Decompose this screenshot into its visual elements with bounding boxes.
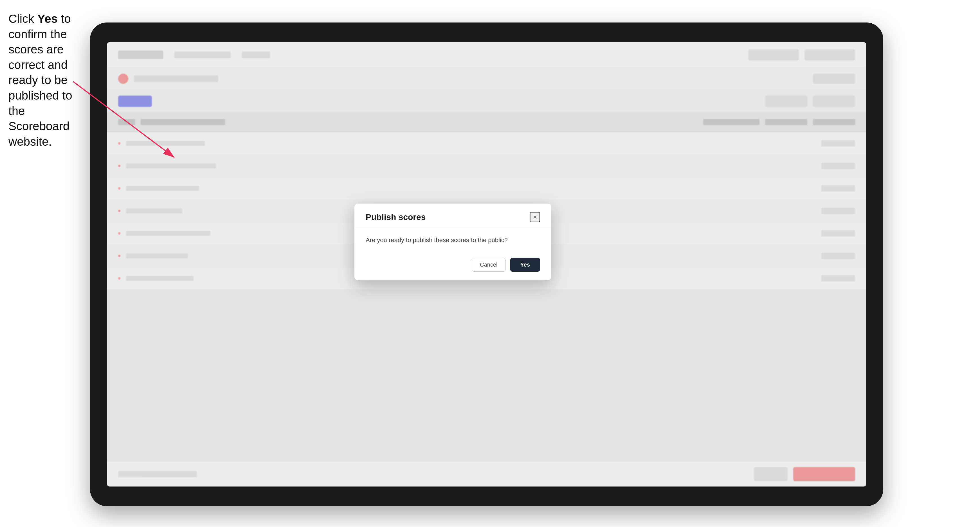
tablet-frame: Publish scores × Are you ready to publis…: [90, 22, 883, 506]
modal-message: Are you ready to publish these scores to…: [366, 237, 540, 244]
cancel-button[interactable]: Cancel: [472, 258, 506, 271]
tablet-screen: Publish scores × Are you ready to publis…: [107, 42, 866, 486]
modal-close-button[interactable]: ×: [530, 212, 540, 222]
modal-title: Publish scores: [366, 212, 426, 222]
publish-scores-dialog: Publish scores × Are you ready to publis…: [355, 203, 551, 280]
modal-overlay: Publish scores × Are you ready to publis…: [107, 42, 866, 486]
yes-button[interactable]: Yes: [510, 258, 540, 271]
modal-header: Publish scores ×: [355, 203, 551, 228]
modal-body: Are you ready to publish these scores to…: [355, 228, 551, 252]
modal-footer: Cancel Yes: [355, 252, 551, 280]
instruction-text: Click Yes to confirm the scores are corr…: [8, 11, 87, 149]
